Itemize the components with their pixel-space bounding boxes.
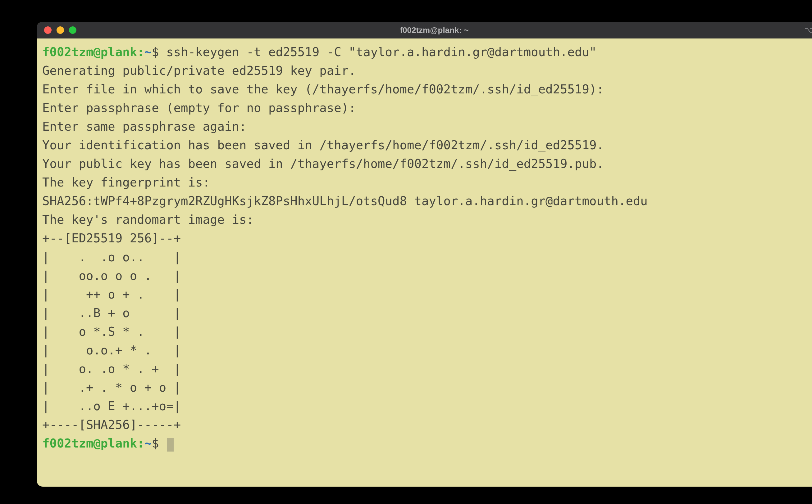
prompt-separator: : bbox=[137, 436, 144, 450]
output-line: | ..o E +...+o=| bbox=[42, 399, 181, 413]
output-line: | ..B + o | bbox=[42, 306, 181, 320]
output-line: | .+ . * o + o | bbox=[42, 380, 181, 394]
prompt-path: ~ bbox=[144, 45, 151, 59]
prompt-separator: : bbox=[137, 45, 144, 59]
output-line: SHA256:tWPf4+8Pzgrym2RZUgHKsjkZ8PsHhxULh… bbox=[42, 194, 648, 208]
output-line: | ++ o + . | bbox=[42, 287, 181, 301]
output-line: Enter passphrase (empty for no passphras… bbox=[42, 101, 356, 115]
terminal-body[interactable]: f002tzm@plank:~$ ssh-keygen -t ed25519 -… bbox=[37, 38, 812, 487]
cursor-icon bbox=[167, 438, 174, 452]
output-line: Your identification has been saved in /t… bbox=[42, 138, 604, 152]
window-title: f002tzm@plank: ~ bbox=[37, 25, 812, 35]
output-line: | . .o o.. | bbox=[42, 250, 181, 264]
prompt-path: ~ bbox=[144, 436, 151, 450]
output-line: The key's randomart image is: bbox=[42, 213, 254, 227]
maximize-icon[interactable] bbox=[69, 26, 76, 34]
prompt-user-host: f002tzm@plank bbox=[42, 45, 137, 59]
output-line: | o *.S * . | bbox=[42, 325, 181, 339]
prompt-symbol: $ bbox=[151, 45, 159, 59]
output-line: Enter file in which to save the key (/th… bbox=[42, 82, 604, 96]
output-line: The key fingerprint is: bbox=[42, 175, 210, 189]
output-line: Generating public/private ed25519 key pa… bbox=[42, 64, 356, 78]
prompt-user-host: f002tzm@plank bbox=[42, 436, 137, 450]
output-line: | o.o.+ * . | bbox=[42, 343, 181, 357]
output-line: +--[ED25519 256]--+ bbox=[42, 231, 181, 245]
output-line: Enter same passphrase again: bbox=[42, 119, 246, 133]
window-shortcut-hint: ⌥⌘1 bbox=[805, 26, 812, 34]
command-text: ssh-keygen -t ed25519 -C "taylor.a.hardi… bbox=[166, 45, 596, 59]
traffic-lights bbox=[37, 26, 76, 34]
output-line: +----[SHA256]-----+ bbox=[42, 418, 181, 432]
output-line: | oo.o o o . | bbox=[42, 269, 181, 283]
titlebar: f002tzm@plank: ~ ⌥⌘1 bbox=[37, 22, 812, 38]
close-icon[interactable] bbox=[44, 26, 52, 34]
prompt-symbol: $ bbox=[151, 436, 159, 450]
output-line: Your public key has been saved in /thaye… bbox=[42, 157, 604, 171]
terminal-window: f002tzm@plank: ~ ⌥⌘1 f002tzm@plank:~$ ss… bbox=[37, 22, 812, 487]
minimize-icon[interactable] bbox=[56, 26, 64, 34]
terminal-content[interactable]: f002tzm@plank:~$ ssh-keygen -t ed25519 -… bbox=[42, 43, 812, 453]
output-line: | o. .o * . + | bbox=[42, 362, 181, 376]
